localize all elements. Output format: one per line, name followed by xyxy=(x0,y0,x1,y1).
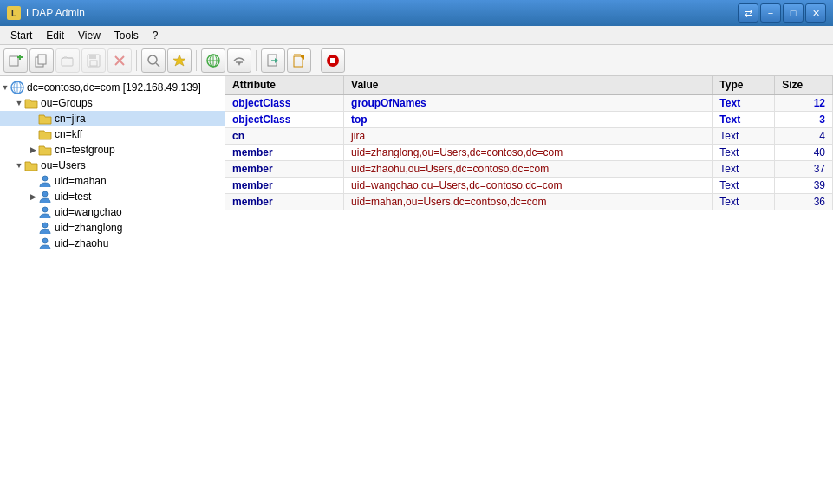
col-header-size: Size xyxy=(775,76,833,94)
toggle-test[interactable]: ▶ xyxy=(28,191,38,202)
window-controls: ⇄ − □ ✕ xyxy=(738,3,826,23)
folder-icon-users xyxy=(24,158,38,172)
cell-size-5: 39 xyxy=(775,178,833,194)
copy-button[interactable] xyxy=(29,48,54,73)
tree-node-groups[interactable]: ▼ou=Groups xyxy=(0,95,225,111)
tree-node-test[interactable]: ▶uid=test xyxy=(0,189,225,204)
connect-button[interactable] xyxy=(201,48,225,73)
cell-type-2: Text xyxy=(713,128,775,145)
toggle-groups[interactable]: ▼ xyxy=(14,98,24,108)
menu-tools[interactable]: Tools xyxy=(107,28,146,43)
table-row[interactable]: memberuid=zhanglong,ou=Users,dc=contoso,… xyxy=(225,145,833,161)
cell-value-1: top xyxy=(344,112,713,128)
separator-3 xyxy=(256,50,257,71)
tree-node-testgroup[interactable]: ▶cn=testgroup xyxy=(0,142,225,158)
main-content: ▼dc=contoso,dc=com [192.168.49.139]▼ou=G… xyxy=(0,76,833,504)
menu-edit[interactable]: Edit xyxy=(39,28,71,43)
svg-marker-13 xyxy=(173,55,185,66)
cell-value-2: jira xyxy=(344,128,713,145)
toggle-root[interactable]: ▼ xyxy=(0,82,10,93)
cell-size-2: 4 xyxy=(775,128,833,145)
svg-point-11 xyxy=(148,55,157,64)
table-row[interactable]: objectClasstopText3 xyxy=(225,112,833,128)
table-row[interactable]: memberuid=mahan,ou=Users,dc=contoso,dc=c… xyxy=(225,194,833,210)
toggle-testgroup[interactable]: ▶ xyxy=(28,145,38,155)
toggle-mahan[interactable] xyxy=(28,176,38,186)
minimize-button[interactable]: − xyxy=(760,3,781,23)
svg-point-34 xyxy=(42,238,48,243)
user-icon-zhanglong xyxy=(38,221,52,235)
cell-size-0: 12 xyxy=(775,94,833,112)
cell-size-4: 37 xyxy=(775,161,833,178)
tree-node-kff[interactable]: cn=kff xyxy=(0,126,225,142)
action-button[interactable] xyxy=(167,48,192,73)
tree-label-kff: cn=kff xyxy=(55,128,82,140)
tree-label-jira: cn=jira xyxy=(55,113,86,125)
tree-label-testgroup: cn=testgroup xyxy=(55,144,115,156)
tree-label-zhaohu: uid=zhaohu xyxy=(55,237,108,249)
tree-node-zhaohu[interactable]: uid=zhaohu xyxy=(0,236,225,251)
folder-icon-groups xyxy=(24,96,38,110)
cell-value-0: groupOfNames xyxy=(344,94,713,112)
delete-button[interactable] xyxy=(107,48,132,73)
svg-rect-25 xyxy=(330,58,335,63)
cell-type-5: Text xyxy=(713,178,775,194)
col-header-type: Type xyxy=(713,76,775,94)
attribute-table: Attribute Value Type Size objectClassgro… xyxy=(225,76,833,210)
tree-label-root: dc=contoso,dc=com [192.168.49.139] xyxy=(27,81,201,94)
export-button[interactable] xyxy=(287,48,311,73)
tree-node-jira[interactable]: cn=jira xyxy=(0,111,225,126)
toolbar xyxy=(0,45,833,76)
open-button[interactable] xyxy=(55,48,80,73)
tree-node-wangchao[interactable]: uid=wangchao xyxy=(0,204,225,220)
menu-start[interactable]: Start xyxy=(3,28,39,43)
new-entry-button[interactable] xyxy=(3,48,28,73)
toggle-jira[interactable] xyxy=(28,113,38,124)
cell-size-6: 36 xyxy=(775,194,833,210)
menu-help[interactable]: ? xyxy=(146,28,166,43)
tree-node-mahan[interactable]: uid=mahan xyxy=(0,173,225,189)
toggle-kff[interactable] xyxy=(28,129,38,139)
table-row[interactable]: objectClassgroupOfNamesText12 xyxy=(225,94,833,112)
tree-node-users[interactable]: ▼ou=Users xyxy=(0,158,225,173)
search-button[interactable] xyxy=(141,48,166,73)
server-icon-root xyxy=(10,81,24,94)
separator-4 xyxy=(316,50,316,71)
menu-bar: Start Edit View Tools ? xyxy=(0,26,833,45)
col-header-value: Value xyxy=(344,76,713,94)
table-header-row: Attribute Value Type Size xyxy=(225,76,833,94)
toggle-users[interactable]: ▼ xyxy=(14,160,24,171)
table-row[interactable]: cnjiraText4 xyxy=(225,128,833,145)
tree-label-wangchao: uid=wangchao xyxy=(55,206,122,218)
separator-1 xyxy=(136,50,137,71)
cell-value-3: uid=zhanglong,ou=Users,dc=contoso,dc=com xyxy=(344,145,713,161)
user-icon-wangchao xyxy=(38,205,52,219)
svg-point-32 xyxy=(42,207,48,212)
disconnect-button[interactable] xyxy=(227,48,251,73)
restore-button[interactable]: ⇄ xyxy=(738,3,758,23)
table-row[interactable]: memberuid=zhaohu,ou=Users,dc=contoso,dc=… xyxy=(225,161,833,178)
toggle-zhaohu[interactable] xyxy=(28,238,38,249)
folder-icon-jira xyxy=(38,112,52,126)
toggle-wangchao[interactable] xyxy=(28,207,38,217)
import-button[interactable] xyxy=(261,48,285,73)
stop-button[interactable] xyxy=(321,48,345,73)
svg-rect-5 xyxy=(62,58,73,66)
title-bar: L LDAP Admin ⇄ − □ ✕ xyxy=(0,0,833,26)
tree-node-zhanglong[interactable]: uid=zhanglong xyxy=(0,220,225,236)
cell-type-0: Text xyxy=(713,94,775,112)
maximize-button[interactable]: □ xyxy=(783,3,804,23)
svg-point-31 xyxy=(42,191,48,197)
tree-node-root[interactable]: ▼dc=contoso,dc=com [192.168.49.139] xyxy=(0,80,225,95)
tree-panel[interactable]: ▼dc=contoso,dc=com [192.168.49.139]▼ou=G… xyxy=(0,76,225,504)
cell-attribute-5: member xyxy=(225,178,344,194)
cell-type-4: Text xyxy=(713,161,775,178)
save-button[interactable] xyxy=(81,48,106,73)
svg-rect-0 xyxy=(10,56,18,66)
right-panel: Attribute Value Type Size objectClassgro… xyxy=(225,76,833,504)
svg-rect-22 xyxy=(294,56,303,67)
toggle-zhanglong[interactable] xyxy=(28,223,38,233)
table-row[interactable]: memberuid=wangchao,ou=Users,dc=contoso,d… xyxy=(225,178,833,194)
close-button[interactable]: ✕ xyxy=(805,3,826,23)
menu-view[interactable]: View xyxy=(71,28,107,43)
